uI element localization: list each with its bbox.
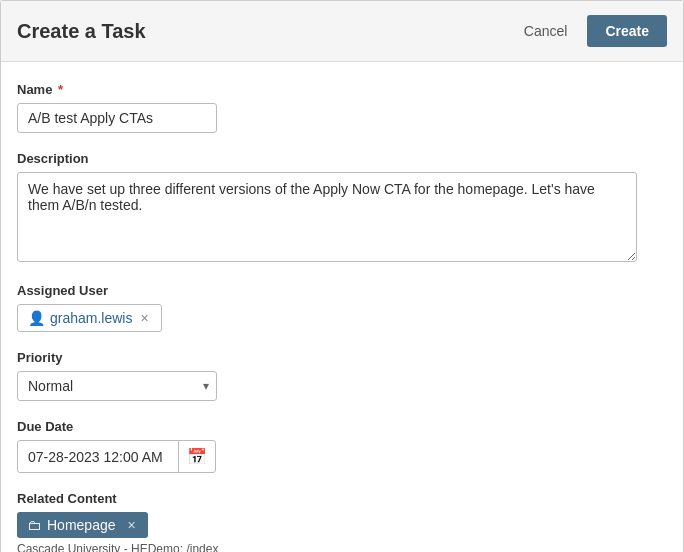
related-content-tag: 🗀 Homepage × <box>17 512 148 538</box>
cancel-button[interactable]: Cancel <box>512 17 580 45</box>
priority-select[interactable]: Normal High Low <box>17 371 217 401</box>
due-date-label: Due Date <box>17 419 667 434</box>
priority-field-group: Priority Normal High Low ▾ <box>17 350 667 401</box>
priority-label: Priority <box>17 350 667 365</box>
folder-icon: 🗀 <box>27 517 41 533</box>
name-field-group: Name * <box>17 82 667 133</box>
name-input[interactable] <box>17 103 217 133</box>
calendar-icon-button[interactable]: 📅 <box>178 441 215 472</box>
due-date-input[interactable] <box>18 443 178 471</box>
remove-related-content-button[interactable]: × <box>126 518 138 532</box>
due-date-field-group: Due Date 📅 <box>17 419 667 473</box>
priority-select-wrapper: Normal High Low ▾ <box>17 371 217 401</box>
related-content-name: Homepage <box>47 517 116 533</box>
create-button[interactable]: Create <box>587 15 667 47</box>
related-content-path: Cascade University - HEDemo: /index <box>17 542 667 552</box>
assigned-user-tag: 👤 graham.lewis × <box>17 304 162 332</box>
assigned-user-value: graham.lewis <box>50 310 132 326</box>
calendar-icon: 📅 <box>187 448 207 465</box>
related-content-label: Related Content <box>17 491 667 506</box>
description-input[interactable]: We have set up three different versions … <box>17 172 637 262</box>
remove-user-button[interactable]: × <box>138 311 150 325</box>
assigned-user-label: Assigned User <box>17 283 667 298</box>
create-task-modal: Create a Task Cancel Create Name * Descr… <box>0 0 684 552</box>
required-indicator: * <box>54 82 63 97</box>
modal-body: Name * Description We have set up three … <box>1 62 683 552</box>
assigned-user-field-group: Assigned User 👤 graham.lewis × <box>17 283 667 332</box>
modal-header: Create a Task Cancel Create <box>1 1 683 62</box>
description-label: Description <box>17 151 667 166</box>
name-label: Name * <box>17 82 667 97</box>
header-actions: Cancel Create <box>512 15 667 47</box>
related-content-field-group: Related Content 🗀 Homepage × Cascade Uni… <box>17 491 667 552</box>
description-field-group: Description We have set up three differe… <box>17 151 667 265</box>
modal-title: Create a Task <box>17 20 146 43</box>
user-icon: 👤 <box>28 310 44 326</box>
due-date-wrapper: 📅 <box>17 440 216 473</box>
